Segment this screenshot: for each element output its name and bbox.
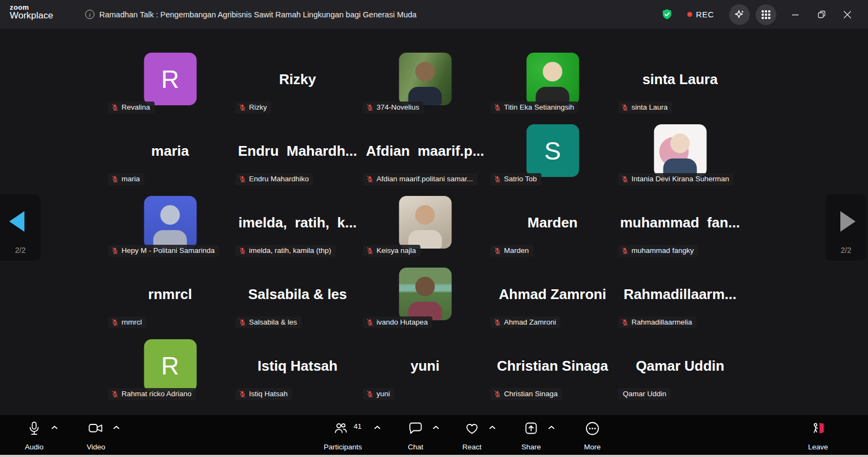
participant-name-badge: ivando Hutapea <box>363 316 432 328</box>
mic-muted-icon <box>366 104 374 111</box>
meeting-toolbar: Audio Video 41 Participants <box>0 415 868 455</box>
participant-display-name: Christian Sinaga <box>490 358 615 375</box>
audio-options-chevron[interactable] <box>52 426 58 429</box>
audio-icon <box>27 420 42 437</box>
participants-icon <box>333 420 348 437</box>
participant-tile[interactable]: Salsabila & les Salsabila & les <box>234 259 361 331</box>
more-button[interactable]: More <box>554 415 630 455</box>
participant-video <box>399 196 451 249</box>
ai-companion-button[interactable] <box>729 4 750 25</box>
mic-muted-icon <box>366 175 374 183</box>
participant-tile[interactable]: Afdian maarif.p... Afdian maarif.politan… <box>361 116 489 187</box>
mic-muted-icon <box>621 104 629 111</box>
participant-tile[interactable]: yuni yuni <box>361 331 489 402</box>
participant-tile[interactable]: Ahmad Zamroni Ahmad Zamroni <box>489 259 616 331</box>
participant-name-label: Ahmad Zamroni <box>504 318 556 326</box>
participant-name-badge: yuni <box>363 388 394 400</box>
participant-name-label: Marden <box>504 246 529 255</box>
previous-page-button[interactable]: 2/2 <box>0 194 41 261</box>
participant-tile[interactable]: Christian Sinaga Christian Sinaga <box>489 331 616 402</box>
participant-tile[interactable]: muhammad fan... muhammad fangky <box>616 187 744 259</box>
participant-name-badge: maria <box>108 173 144 185</box>
participant-name-label: Hepy M - Politani Samarinda <box>122 246 215 255</box>
participant-name-label: ivando Hutapea <box>376 318 428 326</box>
participant-display-name: maria <box>107 143 233 160</box>
page-next-icon <box>840 211 856 232</box>
participant-name-label: Rahmat ricko Adriano <box>122 390 192 398</box>
participant-display-name: muhammad fan... <box>617 214 743 231</box>
next-page-button[interactable]: 2/2 <box>826 194 866 261</box>
react-icon <box>464 420 480 437</box>
participant-tile[interactable]: Istiq Hatsah Istiq Hatsah <box>234 331 361 402</box>
share-options-chevron[interactable] <box>548 426 554 429</box>
participant-display-name: Afdian maarif.p... <box>362 143 488 160</box>
participants-grid: R Revalina Rizky <box>106 44 745 402</box>
participant-name-badge: Endru Mahardhiko <box>235 173 313 185</box>
view-grid-button[interactable] <box>756 4 776 25</box>
participant-tile[interactable]: rnmrcl rnmrcl <box>106 259 234 331</box>
record-dot <box>687 12 692 17</box>
minimize-button[interactable] <box>782 0 808 29</box>
participant-tile[interactable]: Qamar Uddin Qamar Uddin <box>616 331 744 402</box>
participant-name-badge: Afdian maarif.politani samar... <box>363 173 477 185</box>
taskbar-edge <box>0 455 868 457</box>
ai-companion-icon <box>733 9 745 21</box>
video-label: Video <box>58 443 134 451</box>
leave-button[interactable]: Leave <box>780 415 856 455</box>
participant-name-label: Afdian maarif.politani samar... <box>376 175 473 183</box>
mic-muted-icon <box>494 104 501 111</box>
video-options-chevron[interactable] <box>113 426 119 429</box>
participant-tile[interactable]: Endru Mahardh... Endru Mahardhiko <box>234 116 361 187</box>
participant-tile[interactable]: R Revalina <box>106 44 234 116</box>
avatar-initial: R <box>161 351 179 380</box>
mic-muted-icon <box>366 247 374 255</box>
participant-tile[interactable]: maria maria <box>106 116 234 187</box>
mic-muted-icon <box>366 319 374 326</box>
participant-name-label: Satrio Tob <box>504 175 537 183</box>
participant-tile[interactable]: Rahmadillaarm... Rahmadillaarmelia <box>616 259 744 331</box>
participant-avatar: R <box>144 339 196 392</box>
restore-icon <box>818 10 826 18</box>
participant-name-badge: rnmrcl <box>108 316 146 328</box>
participant-name-label: Keisya najla <box>376 246 416 255</box>
participant-tile[interactable]: ivando Hutapea <box>361 259 489 331</box>
recording-indicator[interactable]: REC <box>687 10 714 19</box>
participant-tile[interactable]: imelda, ratih, k... imelda, ratih, kamil… <box>234 187 361 259</box>
mic-muted-icon <box>239 390 246 398</box>
participant-tile[interactable]: sinta Laura sinta Laura <box>616 44 744 116</box>
participant-tile[interactable]: Keisya najla <box>361 187 489 259</box>
participant-name-label: imelda, ratih, kamila (thp) <box>249 246 331 255</box>
participants-button[interactable]: 41 Participants <box>305 415 381 455</box>
participant-name-badge: Marden <box>490 245 533 257</box>
meeting-info-icon[interactable]: i <box>85 10 94 19</box>
participant-name-badge: Titin Eka Setianingsih <box>490 101 578 113</box>
more-icon <box>585 420 600 437</box>
video-button[interactable]: Video <box>58 415 134 455</box>
mic-muted-icon <box>494 390 501 398</box>
participant-tile[interactable]: Hepy M - Politani Samarinda <box>106 187 234 259</box>
participant-name-badge: Revalina <box>108 101 155 113</box>
participant-name-badge: Christian Sinaga <box>490 388 562 400</box>
participant-name-label: Qamar Uddin <box>623 390 666 398</box>
close-button[interactable] <box>834 0 860 29</box>
mic-muted-icon <box>111 175 119 183</box>
participant-name-label: Salsabila & les <box>249 318 297 326</box>
participant-video <box>399 53 451 105</box>
participant-tile[interactable]: Marden Marden <box>489 187 616 259</box>
participant-display-name: Salsabila & les <box>235 286 360 303</box>
participant-tile[interactable]: Titin Eka Setianingsih <box>489 44 616 116</box>
security-shield-icon[interactable] <box>661 8 673 21</box>
share-icon <box>524 420 538 437</box>
participant-name-badge: imelda, ratih, kamila (thp) <box>235 245 336 257</box>
zoom-workplace-logo: zoom Workplace <box>10 4 53 21</box>
participant-name-label: Endru Mahardhiko <box>249 175 309 183</box>
chat-icon <box>409 420 423 437</box>
participant-tile[interactable]: Rizky Rizky <box>234 44 361 116</box>
participant-name-label: Rahmadillaarmelia <box>631 318 692 326</box>
participant-tile[interactable]: R Rahmat ricko Adriano <box>106 331 234 402</box>
participant-name-badge: 374-Novelius <box>363 101 424 113</box>
restore-button[interactable] <box>808 0 834 29</box>
participant-tile[interactable]: S Satrio Tob <box>489 116 616 187</box>
participant-tile[interactable]: Intania Devi Kirana Suherman <box>616 116 744 187</box>
participant-tile[interactable]: 374-Novelius <box>361 44 489 116</box>
